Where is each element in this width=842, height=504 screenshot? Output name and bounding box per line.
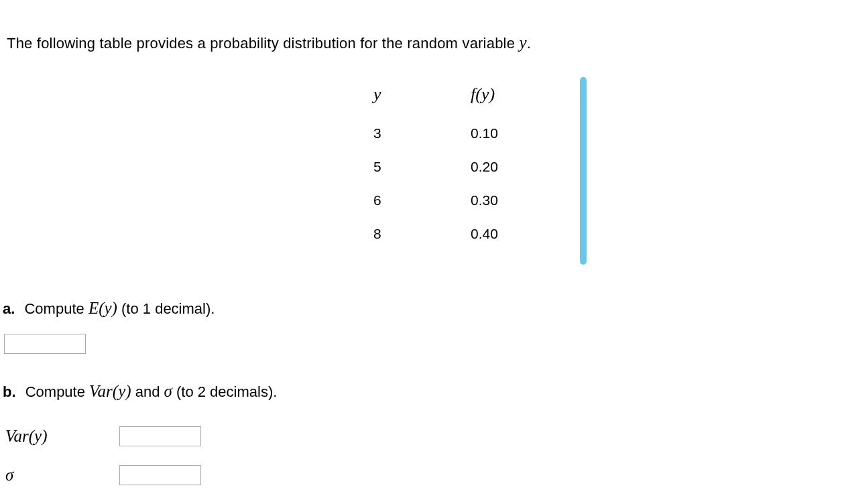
sigma-label: σ — [5, 466, 119, 485]
intro-text: The following table provides a probabili… — [7, 34, 531, 52]
intro-suffix: . — [527, 35, 531, 52]
header-fy: f(y) — [471, 79, 544, 117]
intro-prefix: The following table provides a probabili… — [7, 35, 519, 52]
question-a-math: E(y) — [88, 299, 117, 317]
cell-y: 8 — [359, 217, 471, 251]
table-row: 6 0.30 — [359, 184, 544, 217]
table-row: 5 0.20 — [359, 150, 544, 184]
question-b-post: (to 2 decimals). — [172, 383, 278, 400]
sigma-row: σ — [5, 465, 201, 485]
question-b-mid: and — [131, 383, 164, 400]
question-b-math1: Var(y) — [89, 382, 131, 400]
question-b-label: b. — [3, 383, 16, 400]
question-b-pre: Compute — [25, 383, 89, 400]
question-a-label: a. — [3, 300, 15, 317]
cell-y: 5 — [359, 150, 471, 184]
scrollbar-thumb[interactable] — [580, 77, 587, 265]
cell-fy: 0.40 — [471, 217, 544, 251]
table-row: 3 0.10 — [359, 117, 544, 150]
cell-y: 3 — [359, 117, 471, 150]
question-a: a. Compute E(y) (to 1 decimal). — [3, 299, 215, 318]
cell-fy: 0.10 — [471, 117, 544, 150]
cell-fy: 0.30 — [471, 184, 544, 217]
answer-a-input[interactable] — [4, 334, 86, 354]
sigma-input[interactable] — [119, 465, 201, 485]
question-b: b. Compute Var(y) and σ (to 2 decimals). — [3, 382, 277, 401]
cell-fy: 0.20 — [471, 150, 544, 184]
question-b-math2: σ — [164, 382, 172, 400]
header-y: y — [359, 79, 471, 117]
table-row: 8 0.40 — [359, 217, 544, 251]
question-a-pre: Compute — [24, 300, 88, 317]
probability-table: y f(y) 3 0.10 5 0.20 6 0.30 8 0.40 — [359, 79, 544, 251]
var-row: Var(y) — [5, 426, 201, 446]
cell-y: 6 — [359, 184, 471, 217]
intro-variable: y — [519, 34, 526, 52]
var-input[interactable] — [119, 426, 201, 446]
var-label: Var(y) — [5, 427, 119, 446]
question-a-post: (to 1 decimal). — [117, 300, 215, 317]
